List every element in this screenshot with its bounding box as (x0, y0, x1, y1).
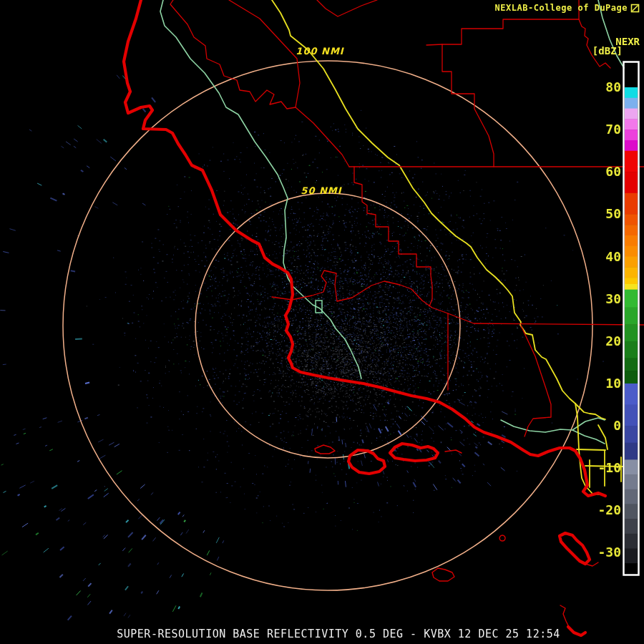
colorbar-segment (625, 459, 638, 474)
colorbar-segment (625, 404, 638, 426)
colorbar-segment (625, 426, 638, 443)
colorbar-segment (625, 151, 638, 172)
colorbar-segment (625, 109, 638, 119)
colorbar-segment (625, 371, 638, 384)
colorbar-segment (625, 384, 638, 405)
colorbar-tick-label: 50 (588, 208, 621, 220)
colorbar-segment (625, 358, 638, 371)
colorbar-tick-label: 60 (588, 165, 621, 178)
radar-display: NEXLAB-College of DuPage NEXR [dBZ] 50 N… (0, 0, 644, 644)
colorbar-segment (625, 257, 638, 268)
colorbar-segment (625, 307, 638, 324)
colorbar-tick-label: 10 (588, 377, 621, 390)
colorbar-segment (625, 290, 638, 308)
colorbar-tick-label: -10 (588, 462, 621, 474)
colorbar-segment (625, 278, 638, 284)
colorbar-tick-label: 30 (588, 293, 621, 306)
colorbar-segment (625, 534, 638, 549)
colorbar-segment (625, 63, 638, 88)
colorbar-segment (625, 489, 638, 504)
colorbar-segment (625, 504, 638, 519)
colorbar-segments (625, 63, 638, 575)
colorbar-tick-label: -30 (588, 546, 621, 559)
colorbar-segment (625, 225, 638, 235)
colorbar-segment (625, 519, 638, 534)
colorbar-segment (625, 214, 638, 225)
colorbar-tick-label: 80 (588, 81, 621, 94)
colorbar-segment (625, 140, 638, 151)
colorbar-segment (625, 284, 638, 290)
colorbar-segment (625, 474, 638, 489)
caption: SUPER-RESOLUTION BASE REFLECTIVITY 0.5 D… (0, 628, 644, 640)
colorbar-segment (625, 549, 638, 564)
colorbar-tick-label: -20 (588, 504, 621, 517)
colorbar-segment (625, 119, 638, 130)
colorbar-segment (625, 341, 638, 358)
colorbar-segment (625, 172, 638, 193)
colorbar-tick-label: 20 (588, 335, 621, 348)
colorbar (0, 0, 644, 644)
colorbar-segment (625, 130, 638, 140)
colorbar-segment (625, 324, 638, 341)
colorbar-tick-label: 40 (588, 250, 621, 263)
colorbar-segment (625, 235, 638, 246)
colorbar-segment (625, 98, 638, 109)
colorbar-segment (625, 267, 638, 278)
colorbar-tick-label: 0 (588, 419, 621, 432)
colorbar-segment (625, 193, 638, 215)
colorbar-segment (625, 246, 638, 257)
colorbar-segment (625, 563, 638, 574)
colorbar-segment (625, 443, 638, 460)
colorbar-segment (625, 87, 638, 98)
colorbar-tick-label: 70 (588, 123, 621, 136)
